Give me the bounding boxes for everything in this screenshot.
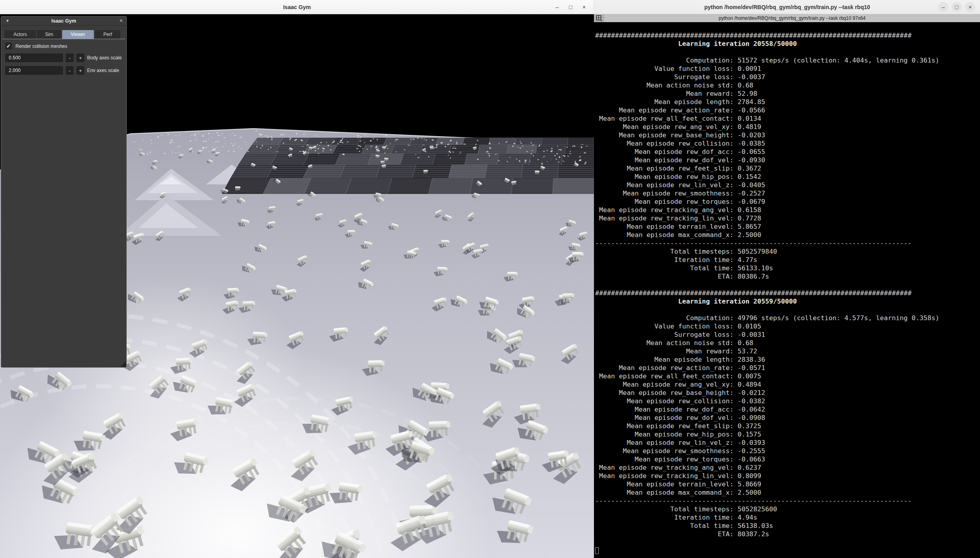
terminal-line: Mean episode rew_lin_vel_z: -0.0393 xyxy=(595,438,980,447)
terminal-titlebar: python /home/dev/RBQ/rbq_gym/rbq_gym/tra… xyxy=(594,0,980,14)
body-axes-plus-button[interactable]: + xyxy=(76,53,84,62)
terminal-line: Mean episode rew_feet_slip: 0.3725 xyxy=(595,422,980,430)
terminal-line xyxy=(595,48,980,56)
terminal-line: Computation: 49796 steps/s (collection: … xyxy=(595,314,980,322)
terminal-line: Mean episode max_command_x: 2.5000 xyxy=(595,231,980,239)
terminal-line: Mean episode rew_feet_slip: 0.3672 xyxy=(595,164,980,173)
maximize-icon[interactable]: □ xyxy=(951,2,962,12)
close-icon[interactable]: × xyxy=(965,2,975,12)
terminal-line: Mean episode rew_dof_vel: -0.0908 xyxy=(595,414,980,422)
terminal-line: Value function loss: 0.0091 xyxy=(595,65,980,73)
terminal-line: Value function loss: 0.0105 xyxy=(595,322,980,330)
terminal-line: Mean episode rew_dof_vel: -0.0930 xyxy=(595,156,980,164)
terminal-line: ETA: 80386.7s xyxy=(595,272,980,281)
terminal-tabbar: python /home/dev/RBQ/rbq_gym/rbq_gym/tra… xyxy=(594,14,980,22)
panel-resize-handle[interactable] xyxy=(120,361,126,367)
tab-viewer[interactable]: Viewer xyxy=(62,30,94,39)
terminal-cursor xyxy=(595,547,599,554)
terminal-line: Mean episode rew_all_feet_contact: 0.013… xyxy=(595,114,980,123)
terminal-line: Learning iteration 20559/50000 xyxy=(595,297,980,306)
terminal-line: Mean episode rew_all_feet_contact: 0.007… xyxy=(595,372,980,380)
env-axes-plus-button[interactable]: + xyxy=(76,66,84,75)
terminal-tab[interactable]: python /home/dev/RBQ/rbq_gym/rbq_gym/tra… xyxy=(604,14,980,22)
terminal-line xyxy=(595,23,980,31)
terminal-line: Mean episode rew_tracking_lin_vel: 0.772… xyxy=(595,214,980,222)
tab-underline xyxy=(2,39,125,39)
terminal-line xyxy=(595,547,980,555)
isaac-gym-window: Isaac Gym – □ × xyxy=(0,0,594,558)
terminal-line: Mean episode terrain_level: 5.8657 xyxy=(595,222,980,231)
terminal-line: Mean episode terrain_level: 5.8669 xyxy=(595,480,980,488)
terminal-line: Mean episode rew_base_height: -0.0203 xyxy=(595,131,980,139)
isaac-window-title: Isaac Gym xyxy=(283,4,311,10)
env-axes-input[interactable]: 2.000 xyxy=(5,66,63,75)
terminal-window: python /home/dev/RBQ/rbq_gym/rbq_gym/tra… xyxy=(594,0,980,558)
body-axes-minus-button[interactable]: - xyxy=(66,53,74,62)
terminal-line: Mean reward: 53.72 xyxy=(595,347,980,355)
terminal-line: Total timesteps: 5052579840 xyxy=(595,247,980,256)
terminal-tab-label: python /home/dev/RBQ/rbq_gym/rbq_gym/tra… xyxy=(719,15,866,21)
panel-close-icon[interactable]: × xyxy=(120,17,123,24)
terminal-line: Mean episode rew_dof_acc: -0.0642 xyxy=(595,405,980,414)
terminal-output: ########################################… xyxy=(594,22,980,558)
new-tab-icon[interactable] xyxy=(594,14,604,22)
terminal-line: ETA: 80387.2s xyxy=(595,530,980,538)
body-axes-row: 0.500 - + Body axes scale xyxy=(5,53,126,62)
render-collision-checkbox[interactable]: ✓ xyxy=(5,43,12,49)
terminal-line: Mean episode rew_action_rate: -0.0571 xyxy=(595,364,980,372)
terminal-line: Mean episode rew_ang_vel_xy: 0.4894 xyxy=(595,380,980,389)
collapse-triangle-icon[interactable]: ▼ xyxy=(6,19,10,23)
terminal-line: Mean episode rew_lin_vel_z: -0.0405 xyxy=(595,181,980,189)
terminal-line: Mean episode rew_smoothness: -0.2527 xyxy=(595,189,980,197)
terminal-line: Mean action noise std: 0.68 xyxy=(595,339,980,347)
minimize-icon[interactable]: – xyxy=(552,2,562,12)
panel-title: Isaac Gym xyxy=(51,18,76,24)
terminal-line: Mean episode rew_base_height: -0.0212 xyxy=(595,389,980,397)
terminal-line: Mean episode rew_smoothness: -0.2555 xyxy=(595,447,980,455)
terminal-line: Total timesteps: 5052825600 xyxy=(595,505,980,513)
maximize-icon[interactable]: □ xyxy=(565,2,576,12)
terminal-line: Mean episode rew_collision: -0.0382 xyxy=(595,397,980,405)
terminal-line: Total time: 56138.03s xyxy=(595,522,980,530)
terminal-line: Mean episode rew_hip_pos: 0.1575 xyxy=(595,430,980,438)
terminal-line: Learning iteration 20558/50000 xyxy=(595,40,980,48)
isaac-window-controls: – □ × xyxy=(552,0,589,14)
terminal-line: Mean episode rew_tracking_lin_vel: 0.809… xyxy=(595,472,980,480)
tab-actors[interactable]: Actors xyxy=(4,30,36,39)
panel-tabs: Actors Sim Viewer Perf xyxy=(4,30,123,39)
terminal-line: Iteration time: 4.94s xyxy=(595,513,980,522)
isaac-settings-panel: ▼ Isaac Gym × Actors Sim Viewer Perf ✓ R… xyxy=(1,16,127,368)
terminal-line: Iteration time: 4.77s xyxy=(595,256,980,264)
terminal-line: Total time: 56133.10s xyxy=(595,264,980,272)
terminal-line xyxy=(595,306,980,314)
tab-perf[interactable]: Perf xyxy=(95,30,120,39)
terminal-line: Mean episode rew_tracking_ang_vel: 0.623… xyxy=(595,463,980,472)
terminal-line: Mean action noise std: 0.68 xyxy=(595,81,980,89)
terminal-line: Mean episode rew_dof_acc: -0.0655 xyxy=(595,148,980,156)
terminal-window-title: python /home/dev/RBQ/rbq_gym/rbq_gym/tra… xyxy=(704,4,870,10)
terminal-line: Mean reward: 52.98 xyxy=(595,89,980,98)
env-axes-label: Env axes scale xyxy=(87,68,119,73)
terminal-line xyxy=(595,538,980,547)
terminal-line: Mean episode max_command_x: 2.5000 xyxy=(595,488,980,497)
terminal-line xyxy=(595,281,980,289)
terminal-line: Mean episode rew_ang_vel_xy: 0.4819 xyxy=(595,123,980,131)
body-axes-input[interactable]: 0.500 xyxy=(5,53,63,62)
terminal-line: ----------------------------------------… xyxy=(595,497,980,505)
isaac-titlebar: Isaac Gym – □ × xyxy=(0,0,594,14)
terminal-window-controls: – □ × xyxy=(938,0,975,14)
minimize-icon[interactable]: – xyxy=(938,2,948,12)
env-axes-minus-button[interactable]: - xyxy=(66,66,74,75)
close-icon[interactable]: × xyxy=(579,2,589,12)
terminal-line: ########################################… xyxy=(595,31,980,40)
terminal-line: Surrogate loss: -0.0037 xyxy=(595,73,980,81)
render-collision-label: Render collision meshes xyxy=(15,44,67,49)
terminal-line: Mean episode rew_hip_pos: 0.1542 xyxy=(595,173,980,181)
terminal-line: Mean episode rew_collision: -0.0385 xyxy=(595,139,980,148)
tab-sim[interactable]: Sim xyxy=(37,30,61,39)
terminal-line: Computation: 51572 steps/s (collection: … xyxy=(595,56,980,65)
terminal-line: Mean episode rew_torques: -0.0663 xyxy=(595,455,980,463)
panel-header[interactable]: ▼ Isaac Gym × xyxy=(1,17,126,26)
terminal-line: Mean episode rew_torques: -0.0679 xyxy=(595,197,980,206)
terminal-line: Mean episode rew_action_rate: -0.0566 xyxy=(595,106,980,114)
